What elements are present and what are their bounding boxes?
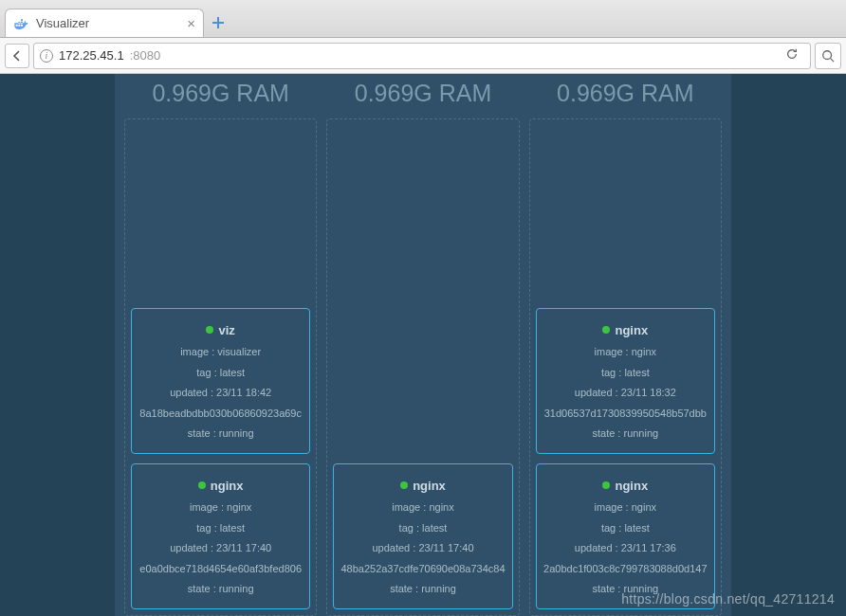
container-name: nginx xyxy=(337,479,508,493)
container-tag: tag : latest xyxy=(540,367,711,378)
container-updated: updated : 23/11 17:36 xyxy=(540,542,711,553)
container-image: image : nginx xyxy=(135,501,306,513)
container-slot: nginximage : nginxtag : latestupdated : … xyxy=(326,118,519,616)
container-name: nginx xyxy=(135,479,306,493)
container-state: state : running xyxy=(135,583,306,594)
container-card[interactable]: vizimage : visualizertag : latestupdated… xyxy=(131,308,310,454)
url-host: 172.25.45.1 xyxy=(59,48,124,63)
container-image: image : nginx xyxy=(337,501,508,513)
address-bar: i 172.25.45.1:8080 xyxy=(0,38,846,74)
node-column: 0.969G RAMvizimage : visualizertag : lat… xyxy=(124,74,317,616)
close-icon[interactable]: × xyxy=(187,15,195,31)
url-input[interactable]: i 172.25.45.1:8080 xyxy=(33,43,811,69)
container-name: nginx xyxy=(540,479,711,493)
new-tab-button[interactable] xyxy=(204,9,232,37)
container-tag: tag : latest xyxy=(540,522,711,534)
browser-tab-bar: Visualizer × xyxy=(0,0,846,38)
container-state: state : running xyxy=(135,427,306,439)
reload-icon[interactable] xyxy=(780,47,804,63)
container-tag: tag : latest xyxy=(337,522,508,534)
container-name: viz xyxy=(135,323,306,337)
tab-title: Visualizer xyxy=(36,16,179,30)
container-tag: tag : latest xyxy=(135,522,306,534)
container-updated: updated : 23/11 17:40 xyxy=(135,542,306,553)
container-updated: updated : 23/11 17:40 xyxy=(337,542,508,553)
browser-tab[interactable]: Visualizer × xyxy=(5,9,204,37)
status-dot-icon xyxy=(206,326,213,334)
container-image: image : nginx xyxy=(540,346,711,357)
container-id: 2a0bdc1f003c8c799783088d0d147 xyxy=(540,563,711,574)
container-image: image : visualizer xyxy=(135,346,306,357)
status-dot-icon xyxy=(602,326,610,334)
watermark: https://blog.csdn.net/qq_42711214 xyxy=(621,591,835,607)
container-card[interactable]: nginximage : nginxtag : latestupdated : … xyxy=(131,463,310,609)
container-id: 48ba252a37cdfe70690e08a734c84 xyxy=(337,563,508,574)
container-updated: updated : 23/11 18:32 xyxy=(540,387,711,398)
container-id: 8a18beadbdbb030b06860923a69c xyxy=(135,408,306,419)
container-id: 31d06537d1730839950548b57dbb xyxy=(540,408,711,419)
node-column: 0.969G RAMnginximage : nginxtag : latest… xyxy=(529,74,722,616)
node-column: 0.969G RAMnginximage : nginxtag : latest… xyxy=(326,74,519,616)
svg-point-0 xyxy=(823,50,832,59)
container-slot: nginximage : nginxtag : latestupdated : … xyxy=(529,118,722,616)
status-dot-icon xyxy=(602,481,610,489)
container-slot: vizimage : visualizertag : latestupdated… xyxy=(124,118,317,616)
container-state: state : running xyxy=(540,427,711,439)
container-name: nginx xyxy=(540,323,711,337)
info-icon[interactable]: i xyxy=(40,49,53,63)
whale-icon xyxy=(13,16,28,31)
container-card[interactable]: nginximage : nginxtag : latestupdated : … xyxy=(536,463,715,609)
container-card[interactable]: nginximage : nginxtag : latestupdated : … xyxy=(536,308,715,454)
container-id: e0a0dbce718d4654e60af3bfed806 xyxy=(135,563,306,574)
container-tag: tag : latest xyxy=(135,367,306,378)
app-viewport: 0.969G RAMvizimage : visualizertag : lat… xyxy=(0,74,846,616)
node-ram-label: 0.969G RAM xyxy=(326,74,519,118)
status-dot-icon xyxy=(198,481,206,489)
node-ram-label: 0.969G RAM xyxy=(124,74,317,118)
container-card[interactable]: nginximage : nginxtag : latestupdated : … xyxy=(333,463,512,609)
url-port: :8080 xyxy=(130,48,161,63)
search-button[interactable] xyxy=(815,43,841,69)
status-dot-icon xyxy=(400,481,408,489)
node-ram-label: 0.969G RAM xyxy=(529,74,722,118)
container-updated: updated : 23/11 18:42 xyxy=(135,387,306,398)
container-image: image : nginx xyxy=(540,501,711,513)
back-button[interactable] xyxy=(5,44,29,68)
cluster-canvas: 0.969G RAMvizimage : visualizertag : lat… xyxy=(115,74,731,616)
container-state: state : running xyxy=(337,583,508,594)
